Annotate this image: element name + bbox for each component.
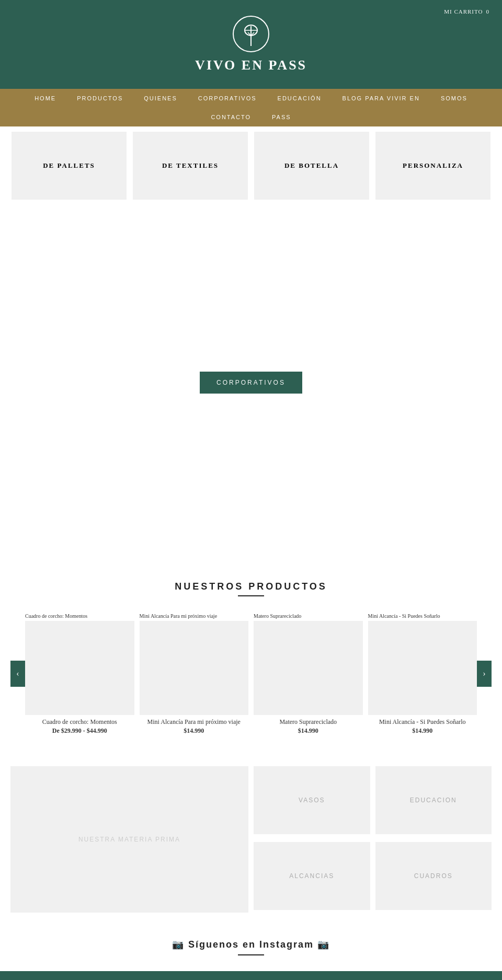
product-name-top-0: Cuadro de corcho: Momentos	[25, 612, 134, 621]
product-name-top-1: Mini Alcancía Para mi próximo viaje	[140, 612, 249, 621]
materiales-row-bottom: ALCANCIAS CUADROS	[254, 842, 492, 913]
main-nav: HOME PRODUCTOS QUIENES CORPORATIVOS EDUC…	[0, 89, 502, 126]
nav-item-educacion[interactable]: EDUCACIÓN	[267, 89, 332, 108]
materiales-cuadros[interactable]: CUADROS	[375, 842, 492, 910]
slider-prev-arrow[interactable]: ‹	[10, 661, 25, 687]
product-price-0: De $29.990 - $44.990	[25, 727, 134, 735]
nav-item-productos[interactable]: PRODUCTOS	[66, 89, 133, 108]
materiales-main-label: NUESTRA MATERIA PRIMA	[78, 836, 180, 843]
materiales-vasos-label: VASOS	[299, 797, 325, 804]
nav-item-corporativos[interactable]: CORPORATIVOS	[188, 89, 267, 108]
product-card-0[interactable]: Cuadro de corcho: Momentos Cuadro de cor…	[25, 612, 134, 735]
middle-spacer	[0, 205, 502, 299]
materiales-alcancias-label: ALCANCIAS	[289, 872, 334, 880]
slider-next-arrow[interactable]: ›	[477, 661, 492, 687]
nav-item-quienes[interactable]: QUIENES	[133, 89, 188, 108]
instagram-divider	[238, 954, 264, 955]
logo[interactable]: VIVO EN PASS	[195, 16, 307, 73]
logo-icon	[233, 16, 269, 52]
materiales-educacion-label: EDUCACION	[410, 797, 457, 804]
middle-spacer-2	[0, 466, 502, 560]
nav-item-home[interactable]: HOME	[24, 89, 66, 108]
materiales-main-image[interactable]: NUESTRA MATERIA PRIMA	[10, 766, 248, 913]
category-botella-label: DE BOTELLA	[284, 162, 339, 170]
nav-row: HOME PRODUCTOS QUIENES CORPORATIVOS EDUC…	[0, 89, 502, 126]
materiales-row-top: VASOS EDUCACION	[254, 766, 492, 837]
product-price-1: $14.990	[140, 727, 249, 735]
site-footer: Suscríbete al newsletter Suscríbete	[0, 971, 502, 980]
products-divider	[238, 595, 264, 596]
product-name-3: Mini Alcancía - Si Puedes Soñarlo	[368, 718, 477, 726]
product-name-0: Cuadro de corcho: Momentos	[25, 718, 134, 726]
cart-area[interactable]: MI CARRITO 0	[444, 8, 489, 15]
categories-strip: DE PALLETS DE TEXTILES DE BOTELLA PERSON…	[0, 126, 502, 205]
logo-text: VIVO EN PASS	[195, 57, 307, 73]
products-title: NUESTROS PRODUCTOS	[10, 581, 492, 592]
instagram-title: 📷 Síguenos en Instagram 📷	[10, 939, 492, 950]
category-botella[interactable]: DE BOTELLA	[254, 132, 369, 200]
materiales-alcancias[interactable]: ALCANCIAS	[254, 842, 370, 910]
product-image-1	[140, 621, 249, 715]
products-grid: Cuadro de corcho: Momentos Cuadro de cor…	[25, 612, 477, 735]
category-personaliza[interactable]: PERSONALIZA	[375, 132, 490, 200]
product-price-3: $14.990	[368, 727, 477, 735]
nav-item-contacto[interactable]: CONTACTO	[200, 108, 261, 126]
product-card-1[interactable]: Mini Alcancía Para mi próximo viaje Mini…	[140, 612, 249, 735]
product-image-2	[254, 621, 363, 715]
corporativos-button[interactable]: CORPORATIVOS	[200, 372, 302, 394]
category-textiles-label: DE TEXTILES	[162, 162, 219, 170]
cart-label: MI CARRITO	[444, 8, 483, 15]
category-textiles[interactable]: DE TEXTILES	[133, 132, 248, 200]
materiales-cuadros-label: CUADROS	[414, 872, 453, 880]
products-slider: ‹ Cuadro de corcho: Momentos Cuadro de c…	[10, 612, 492, 735]
nav-item-pass[interactable]: PASS	[261, 108, 302, 126]
middle-banner: CORPORATIVOS	[0, 299, 502, 466]
site-header: MI CARRITO 0 VIVO EN PASS	[0, 0, 502, 89]
instagram-section: 📷 Síguenos en Instagram 📷	[0, 918, 502, 971]
product-name-2: Matero Suprareciclado	[254, 718, 363, 726]
category-pallets[interactable]: DE PALLETS	[12, 132, 127, 200]
product-name-1: Mini Alcancía Para mi próximo viaje	[140, 718, 249, 726]
category-pallets-label: DE PALLETS	[43, 162, 95, 170]
materiales-vasos[interactable]: VASOS	[254, 766, 370, 834]
product-card-2[interactable]: Matero Suprareciclado Matero Suprarecicl…	[254, 612, 363, 735]
product-price-2: $14.990	[254, 727, 363, 735]
product-card-3[interactable]: Mini Alcancía - Si Puedes Soñarlo Mini A…	[368, 612, 477, 735]
products-section: NUESTROS PRODUCTOS ‹ Cuadro de corcho: M…	[0, 560, 502, 756]
product-name-top-3: Mini Alcancía - Si Puedes Soñarlo	[368, 612, 477, 621]
product-name-top-2: Matero Suprareciclado	[254, 612, 363, 621]
cart-count: 0	[486, 8, 490, 15]
materiales-section: NUESTRA MATERIA PRIMA VASOS EDUCACION AL…	[0, 761, 502, 918]
product-image-3	[368, 621, 477, 715]
plant-icon	[241, 21, 261, 47]
nav-item-blog[interactable]: BLOG PARA VIVIR EN	[332, 89, 430, 108]
product-image-0	[25, 621, 134, 715]
materiales-right: VASOS EDUCACION ALCANCIAS CUADROS	[254, 766, 492, 913]
nav-item-somos[interactable]: SOMOS	[430, 89, 478, 108]
category-personaliza-label: PERSONALIZA	[403, 162, 463, 170]
materiales-educacion[interactable]: EDUCACION	[375, 766, 492, 834]
